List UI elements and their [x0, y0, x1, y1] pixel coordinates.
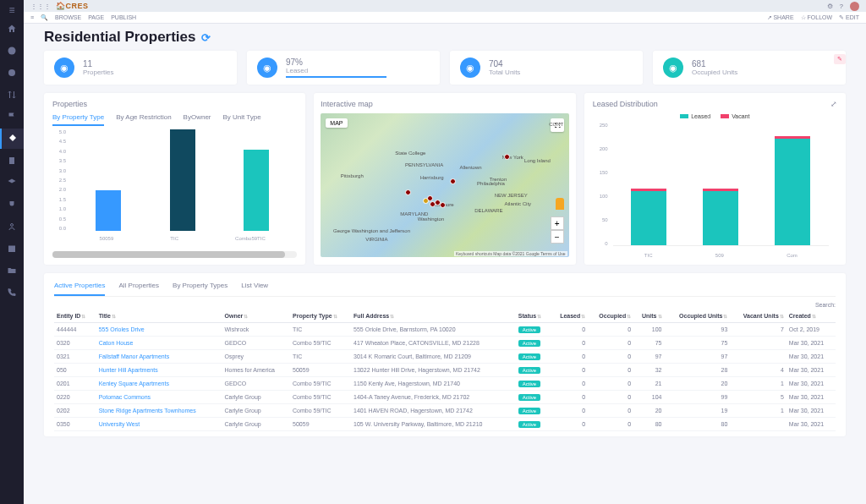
column-header[interactable]: Full Address⇅	[351, 310, 516, 323]
table-tab[interactable]: All Properties	[118, 282, 159, 296]
cell-occupied: 0	[588, 391, 633, 404]
column-header[interactable]: Leased⇅	[551, 310, 588, 323]
nav-folder[interactable]	[0, 260, 24, 281]
nav-building[interactable]	[0, 151, 24, 171]
cell-type: TIC	[290, 323, 351, 337]
bar[interactable]	[170, 129, 195, 231]
chart-tab[interactable]: By Property Type	[52, 113, 104, 126]
stacked-bar[interactable]	[775, 136, 810, 245]
chart-tab[interactable]: By Unit Type	[223, 113, 261, 126]
search-icon[interactable]: 🔍	[41, 14, 48, 21]
nav-compare[interactable]	[0, 85, 24, 105]
cell-occupied: 0	[588, 377, 633, 391]
table-tab[interactable]: Active Properties	[54, 282, 105, 296]
chart-tab[interactable]: ByOwner	[184, 113, 211, 126]
column-header[interactable]: Owner⇅	[222, 310, 291, 323]
zoom-out-button[interactable]: −	[551, 230, 564, 244]
map-label: State College	[395, 151, 425, 156]
table-row[interactable]: 0350 University West Carlyle Group 50059…	[54, 418, 836, 431]
table-row[interactable]: 050 Hunter Hill Apartments Homes for Ame…	[54, 364, 836, 377]
map-pin[interactable]	[504, 154, 510, 160]
edit-button[interactable]: ✎ EDIT	[839, 14, 859, 21]
nav-layers[interactable]	[0, 173, 24, 193]
cell-address: 1401 HAVEN ROAD, Hagerstown, MD 21742	[351, 404, 516, 418]
nav-flag[interactable]	[0, 107, 24, 127]
help-icon[interactable]: ?	[840, 3, 843, 10]
chart-scrollbar[interactable]	[52, 251, 297, 258]
cell-title[interactable]: Caton House	[96, 337, 222, 350]
scissors-icon: ◉	[663, 58, 683, 78]
table-tab[interactable]: List View	[241, 282, 268, 296]
nav-info[interactable]	[0, 41, 24, 61]
cell-address: 555 Oriole Drive, Barnstorm, PA 10020	[351, 323, 516, 337]
sort-icon: ⇅	[627, 314, 631, 319]
table-row[interactable]: 444444 555 Orioles Drive Wishrock TIC 55…	[54, 323, 836, 337]
cell-leased: 0	[551, 337, 588, 350]
subbar-publish[interactable]: PUBLISH	[111, 14, 136, 20]
table-row[interactable]: 0202 Stone Ridge Apartments Townhomes Ca…	[54, 404, 836, 418]
subbar-browse[interactable]: BROWSE	[55, 14, 81, 20]
table-row[interactable]: 0220 Potomac Commons Carlyle Group Combo…	[54, 391, 836, 404]
map-pin[interactable]	[405, 189, 411, 195]
share-button[interactable]: ↗ SHARE	[767, 14, 794, 21]
cell-type: Combo 59/TIC	[290, 391, 351, 404]
cell-title[interactable]: Stone Ridge Apartments Townhomes	[96, 404, 222, 418]
column-header[interactable]: Title⇅	[96, 310, 222, 323]
stacked-bar[interactable]	[631, 189, 666, 245]
column-header[interactable]: Occupied Units⇅	[665, 310, 731, 323]
nav-phone[interactable]	[0, 282, 24, 303]
map-pin[interactable]	[427, 195, 433, 201]
expand-icon[interactable]: ⤢	[830, 100, 837, 108]
pegman-icon[interactable]	[556, 198, 564, 210]
table-row[interactable]: 0321 Fallstaff Manor Apartments Osprey T…	[54, 350, 836, 364]
table-row[interactable]: 0320 Caton House GEDCO Combo 59/TIC 417 …	[54, 337, 836, 350]
interactive-map[interactable]: MAP ⛶ + − Keyboard shortcuts Map data ©2…	[321, 113, 568, 257]
refresh-icon[interactable]: ⟳	[201, 31, 211, 44]
cell-title[interactable]: Potomac Commons	[96, 391, 222, 404]
sidebar-toggle[interactable]: ≡	[5, 3, 19, 17]
nav-properties[interactable]	[0, 129, 24, 149]
bar[interactable]	[96, 190, 121, 231]
status-badge: Active	[518, 326, 540, 333]
properties-card-title: Properties	[52, 100, 297, 108]
subbar-page[interactable]: PAGE	[88, 14, 104, 20]
nav-calendar[interactable]	[0, 238, 24, 259]
column-header[interactable]: Created⇅	[787, 310, 836, 323]
cell-title[interactable]: University West	[96, 418, 222, 431]
nav-trophy[interactable]	[0, 194, 24, 215]
cell-status: Active	[516, 323, 551, 337]
properties-table-card: Active PropertiesAll PropertiesBy Proper…	[44, 273, 846, 436]
column-header[interactable]: Units⇅	[633, 310, 664, 323]
map-type-button[interactable]: MAP	[326, 118, 347, 128]
nav-home[interactable]	[0, 19, 24, 39]
follow-button[interactable]: ☆ FOLLOW	[801, 14, 833, 21]
map-title: Interactive map	[321, 100, 568, 108]
table-row[interactable]: 0201 Kenley Square Apartments GEDCO Comb…	[54, 377, 836, 391]
map-pin[interactable]	[450, 178, 456, 184]
cell-title[interactable]: 555 Orioles Drive	[96, 323, 222, 337]
page-edit-badge[interactable]: ✎	[834, 54, 846, 64]
column-header[interactable]: Entity ID⇅	[54, 310, 96, 323]
cell-title[interactable]: Kenley Square Apartments	[96, 377, 222, 391]
bar[interactable]	[244, 150, 269, 231]
status-badge: Active	[518, 408, 540, 414]
sort-icon: ⇅	[812, 314, 816, 319]
column-header[interactable]: Occupied⇅	[588, 310, 633, 323]
cell-title[interactable]: Fallstaff Manor Apartments	[96, 350, 222, 364]
nav-person[interactable]	[0, 216, 24, 237]
cell-leased: 0	[551, 323, 588, 337]
settings-icon[interactable]: ⚙	[827, 3, 833, 10]
hamburger-icon[interactable]: ≡	[30, 14, 34, 20]
cell-units: 80	[633, 418, 664, 431]
column-header[interactable]: Property Type⇅	[290, 310, 351, 323]
nav-globe[interactable]	[0, 63, 24, 83]
column-header[interactable]: Vacant Units⇅	[730, 310, 786, 323]
stacked-bar[interactable]	[703, 189, 738, 245]
table-tab[interactable]: By Property Types	[173, 282, 227, 296]
avatar[interactable]	[850, 2, 859, 11]
column-header[interactable]: Status⇅	[516, 310, 551, 323]
apps-icon[interactable]: ⋮⋮⋮	[30, 3, 51, 10]
zoom-in-button[interactable]: +	[551, 216, 564, 230]
cell-title[interactable]: Hunter Hill Apartments	[96, 364, 222, 377]
chart-tab[interactable]: By Age Restriction	[116, 113, 171, 126]
